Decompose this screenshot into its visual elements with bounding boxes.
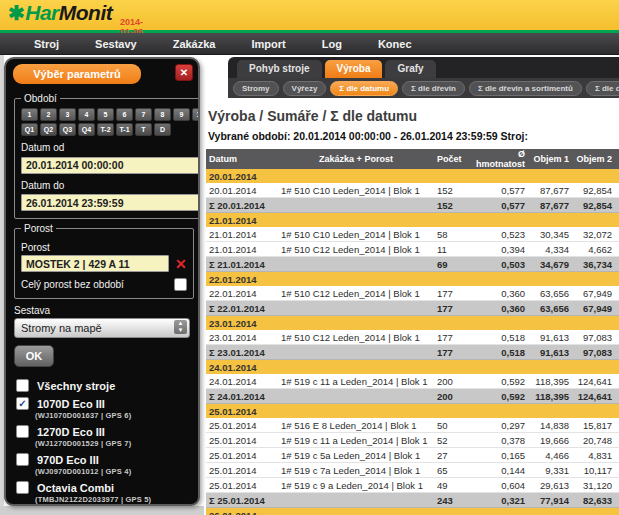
period-button[interactable]: 6 — [116, 108, 133, 121]
cell-objem2: 67,949 — [572, 301, 615, 316]
period-button[interactable]: Q2 — [40, 123, 57, 136]
machine-checkbox[interactable] — [16, 453, 29, 466]
menu-item[interactable]: Zakázka — [155, 38, 234, 50]
selected-period-text: Vybrané období: 20.01.2014 00:00:00 - 26… — [208, 130, 619, 142]
cell-pocet: 200 — [434, 374, 470, 389]
date-to-input[interactable] — [21, 194, 200, 211]
cell-zakazka — [278, 257, 434, 272]
cell-hmotnatost: 0,604 — [470, 478, 528, 493]
cell-objem1: 118,395 — [528, 374, 572, 389]
date-from-input[interactable] — [21, 157, 200, 174]
table-row: Σ 22.01.2014 177 0,360 63,656 67,949 75,… — [206, 301, 619, 316]
cell-objem2: 4,662 — [572, 242, 615, 257]
primary-tab[interactable]: Pohyb stroje — [237, 60, 322, 78]
menu-item[interactable]: Stroj — [0, 38, 77, 50]
select-stepper-icon[interactable]: ▲▼ — [174, 320, 187, 334]
cell-datum: 25.01.2014 — [206, 463, 278, 478]
period-button[interactable]: 3 — [59, 108, 76, 121]
machine-serial: (TMBJN21Z2D2033977 | GPS 5) — [35, 495, 190, 504]
table-row: 22.01.2014 1# 510 C12 Leden_2014 | Blok … — [206, 286, 619, 301]
whole-stand-checkbox[interactable] — [174, 278, 187, 291]
cell-zakazka: 1# 510 C12 Leden_2014 | Blok 1 — [278, 330, 434, 345]
secondary-tab[interactable]: Σ dle dřevin a sortimentů — [469, 81, 582, 96]
period-button[interactable]: Q3 — [59, 123, 76, 136]
cell-hmotnatost: 0,321 — [470, 493, 528, 508]
cell-objem3: 101,938 — [615, 198, 619, 213]
period-button[interactable]: 1 — [21, 108, 38, 121]
secondary-tab[interactable]: Výřezy — [283, 81, 327, 96]
cell-objem1: 91,613 — [528, 330, 572, 345]
machine-checkbox[interactable] — [16, 425, 29, 438]
cell-zakazka: 1# 519 c 9 a Leden_2014 | Blok 1 — [278, 478, 434, 493]
cell-objem3: 106,727 — [615, 345, 619, 360]
machine-label: 1070D Eco III — [37, 398, 105, 410]
secondary-tab[interactable]: Σ dle datumu — [330, 81, 398, 96]
menu-item[interactable]: Log — [304, 38, 360, 50]
cell-objem1: 87,677 — [528, 183, 572, 198]
primary-tab[interactable]: Výroba — [325, 60, 383, 78]
parameters-panel: Výběr parametrů ✕ Období 123456789101112… — [4, 57, 200, 506]
period-button[interactable]: 9 — [173, 108, 190, 121]
cell-zakazka — [278, 345, 434, 360]
cell-objem1: 4,466 — [528, 448, 572, 463]
secondary-tab[interactable]: Stromy — [233, 81, 279, 96]
page-background-edge-bottom — [0, 506, 204, 515]
cell-objem2: 4,831 — [572, 448, 615, 463]
cell-objem2: 31,120 — [572, 478, 615, 493]
close-icon[interactable]: ✕ — [175, 64, 193, 81]
menu-item[interactable]: Konec — [360, 38, 430, 50]
cell-pocet: 65 — [434, 463, 470, 478]
cell-zakazka: 1# 510 C10 Leden_2014 | Blok 1 — [278, 183, 434, 198]
cell-hmotnatost: 0,360 — [470, 301, 528, 316]
cell-objem3: 75,000 — [615, 286, 619, 301]
machine-checkbox[interactable] — [16, 481, 29, 494]
stand-label: Porost — [21, 242, 187, 253]
period-button[interactable]: 4 — [78, 108, 95, 121]
cell-objem3: 91,089 — [615, 493, 619, 508]
report-select[interactable]: Stromy na mapě ▲▼ — [14, 318, 190, 338]
cell-hmotnatost: 0,378 — [470, 433, 528, 448]
menu-item[interactable]: Sestavy — [77, 38, 155, 50]
quick-buttons-row: Q1Q2Q3Q4T-2T-1TD — [21, 123, 200, 136]
month-buttons-row: 123456789101112 — [21, 108, 200, 121]
clear-stand-icon[interactable]: ✕ — [175, 257, 187, 271]
period-button[interactable]: T — [135, 123, 152, 136]
report-select-value: Stromy na mapě — [21, 322, 102, 334]
cell-pocet: 49 — [434, 478, 470, 493]
period-button[interactable]: 8 — [154, 108, 171, 121]
cell-zakazka: 1# 519 c 7a Leden_2014 | Blok 1 — [278, 463, 434, 478]
cell-pocet: 177 — [434, 286, 470, 301]
cell-datum: 22.01.2014 — [206, 272, 619, 287]
period-button[interactable]: T-2 — [97, 123, 114, 136]
cell-zakazka: 1# 519 c 11 a Leden_2014 | Blok 1 — [278, 433, 434, 448]
stand-input[interactable] — [21, 255, 169, 272]
table-row: 23.01.2014 — [206, 316, 619, 331]
machine-checkbox[interactable] — [16, 379, 29, 392]
table-row: 26.01.2014 — [206, 508, 619, 515]
primary-tab[interactable]: Grafy — [385, 60, 435, 78]
table-row: 20.01.2014 1# 510 C10 Leden_2014 | Blok … — [206, 183, 619, 198]
cell-objem1: 30,345 — [528, 227, 572, 242]
machine-checkbox[interactable]: ✓ — [16, 397, 29, 410]
ok-button[interactable]: OK — [14, 345, 54, 367]
period-button[interactable]: Q4 — [78, 123, 95, 136]
secondary-tab[interactable]: Σ dle dřevin, sortimentů a délek — [586, 81, 619, 96]
table-row: 25.01.2014 1# 519 c 11 a Leden_2014 | Bl… — [206, 433, 619, 448]
cell-objem2: 97,083 — [572, 330, 615, 345]
period-button[interactable]: Q1 — [21, 123, 38, 136]
secondary-tab[interactable]: Σ dle dřevin — [402, 81, 465, 96]
period-button[interactable]: 7 — [135, 108, 152, 121]
machine-label: Octavia Combi — [37, 482, 114, 494]
period-button[interactable]: T-1 — [116, 123, 133, 136]
cell-zakazka: 1# 519 c 5a Leden_2014 | Blok 1 — [278, 448, 434, 463]
cell-datum: 23.01.2014 — [206, 330, 278, 345]
menu-item[interactable]: Import — [233, 38, 303, 50]
column-header: Objem 2 — [572, 149, 615, 169]
table-row: 21.01.2014 — [206, 213, 619, 228]
period-button[interactable]: 5 — [97, 108, 114, 121]
machine-label: 1270D Eco III — [37, 426, 105, 438]
period-button[interactable]: 2 — [40, 108, 57, 121]
table-row: Σ 21.01.2014 69 0,503 34,679 36,734 40,3… — [206, 257, 619, 272]
period-button[interactable]: 10 — [192, 108, 200, 121]
period-button[interactable]: D — [154, 123, 171, 136]
